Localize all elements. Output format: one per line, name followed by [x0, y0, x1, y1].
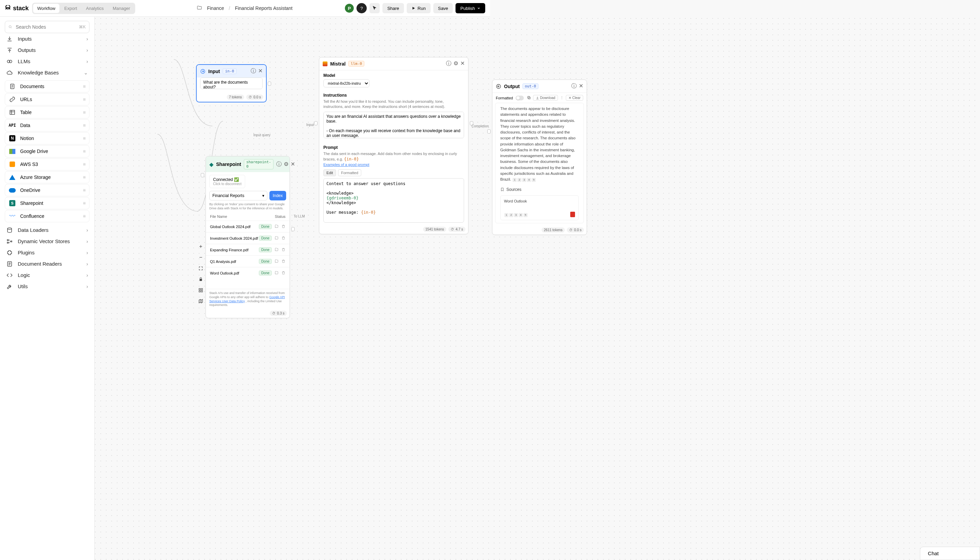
- tab-export[interactable]: Export: [60, 4, 81, 13]
- chevron-right-icon: ›: [87, 238, 88, 244]
- cursor-button[interactable]: [370, 3, 380, 13]
- kb-item-label: URLs: [20, 97, 32, 102]
- open-icon[interactable]: [275, 259, 278, 264]
- zoom-out-button[interactable]: −: [196, 253, 205, 262]
- mistral-in-port[interactable]: [314, 121, 318, 125]
- sidebar-item-inputs[interactable]: Inputs›: [5, 33, 90, 44]
- sidebar-item-label: Data Loaders: [18, 227, 48, 233]
- help-button[interactable]: ?: [357, 3, 367, 13]
- info-icon[interactable]: ⓘ: [446, 60, 452, 67]
- kb-item-label: AWS S3: [20, 162, 38, 167]
- info-icon[interactable]: ⓘ: [276, 161, 282, 168]
- share-button[interactable]: Share: [382, 3, 404, 13]
- gear-icon[interactable]: ⚙: [284, 161, 288, 168]
- upload-icon: [6, 47, 13, 53]
- input-node-header[interactable]: Input in-0 ⓘ ✕: [197, 65, 266, 78]
- file-row: Investment Outlook 2024.pdfDone: [206, 232, 290, 244]
- kb-item-onedrive[interactable]: OneDrive≡: [5, 184, 90, 196]
- lock-button[interactable]: [196, 275, 205, 280]
- publish-button[interactable]: Publish: [455, 3, 485, 13]
- sidebar-item-llms[interactable]: LLMs›: [5, 56, 90, 67]
- sidebar-item-dynamic-vector-stores[interactable]: Dynamic Vector Stores›: [5, 236, 90, 247]
- kb-item-table[interactable]: Table≡: [5, 106, 90, 118]
- sidebar-item-knowledge-bases[interactable]: Knowledge Bases⌄: [5, 67, 90, 78]
- avatar[interactable]: P: [345, 4, 354, 13]
- brain-icon: [6, 58, 13, 65]
- trash-icon[interactable]: [282, 259, 285, 264]
- index-button[interactable]: Index: [269, 191, 286, 200]
- kb-item-notion[interactable]: NNotion≡: [5, 132, 90, 145]
- trash-icon[interactable]: [282, 236, 285, 241]
- open-icon[interactable]: [275, 248, 278, 252]
- sharepoint-node-badge: sharepoint-0: [244, 159, 273, 169]
- sidebar-item-label: Document Readers: [18, 261, 62, 267]
- sidebar-item-document-readers[interactable]: Document Readers›: [5, 258, 90, 269]
- sharepoint-folder-select[interactable]: Financial Reports ▾: [209, 191, 267, 200]
- file-status: Done: [259, 270, 272, 275]
- breadcrumb-folder[interactable]: Finance: [207, 5, 224, 11]
- gear-icon[interactable]: ⚙: [453, 60, 458, 67]
- search-icon: [8, 24, 12, 30]
- instructions-textarea[interactable]: You are an financial AI assistant that a…: [323, 112, 464, 138]
- close-icon[interactable]: ✕: [460, 60, 465, 67]
- zoom-in-button[interactable]: +: [196, 242, 205, 251]
- gdrive-icon: [8, 148, 16, 155]
- sharepoint-node[interactable]: ◆ Sharepoint sharepoint-0 ⓘ ⚙ ✕ Connecte…: [205, 156, 290, 280]
- close-icon[interactable]: ✕: [291, 161, 295, 168]
- model-label: Model: [323, 73, 464, 78]
- input-node-textarea[interactable]: What are the documents about?: [200, 78, 263, 89]
- sidebar-item-plugins[interactable]: Plugins›: [5, 247, 90, 258]
- breadcrumb-file[interactable]: Financial Reports Assistant: [235, 5, 293, 11]
- tab-analytics[interactable]: Analytics: [82, 4, 108, 13]
- col-file: File Name: [210, 215, 227, 218]
- sharepoint-node-header[interactable]: ◆ Sharepoint sharepoint-0 ⓘ ⚙ ✕: [206, 157, 290, 172]
- prompt-tab-formatted[interactable]: Formatted: [338, 169, 361, 176]
- trash-icon[interactable]: [282, 224, 285, 229]
- trash-icon[interactable]: [282, 248, 285, 252]
- trash-icon[interactable]: [282, 271, 285, 275]
- aws-icon: [8, 160, 16, 168]
- run-button[interactable]: Run: [407, 3, 431, 13]
- open-icon[interactable]: [275, 224, 278, 229]
- api-icon: API: [8, 122, 16, 129]
- tab-workflow[interactable]: Workflow: [33, 4, 59, 13]
- cloud-icon: [6, 70, 13, 76]
- model-select[interactable]: mixtral-8x22b-instruct: [323, 79, 370, 87]
- info-icon[interactable]: ⓘ: [251, 68, 256, 75]
- sharepoint-connected[interactable]: Connected ✅ Click to disconnect: [209, 175, 245, 188]
- sidebar-item-outputs[interactable]: Outputs›: [5, 44, 90, 56]
- prompt-examples-link[interactable]: Examples of a good prompt: [323, 163, 370, 167]
- logo[interactable]: stack: [5, 5, 29, 12]
- sidebar-item-logic[interactable]: Logic›: [5, 269, 90, 280]
- onedrive-icon: [8, 187, 16, 194]
- sharepoint-in-port[interactable]: [201, 173, 204, 177]
- kb-item-azure-storage[interactable]: Azure Storage≡: [5, 171, 90, 183]
- input-node-out-port[interactable]: [268, 82, 271, 86]
- kb-item-urls[interactable]: URLs≡: [5, 93, 90, 105]
- search-box[interactable]: ⌘K: [5, 21, 90, 33]
- canvas[interactable]: + − Input in-0 ⓘ ✕ What are the document…: [95, 17, 490, 280]
- mistral-node[interactable]: Mistral llm-0 ⓘ ⚙ ✕ Model mixtral-8x22b-…: [319, 57, 468, 234]
- kb-item-data[interactable]: APIData≡: [5, 119, 90, 132]
- search-input[interactable]: [16, 24, 75, 30]
- kb-item-documents[interactable]: Documents≡: [5, 80, 90, 93]
- kb-item-sharepoint[interactable]: SSharepoint≡: [5, 197, 90, 209]
- output-in-port[interactable]: [487, 129, 490, 133]
- tab-manager[interactable]: Manager: [108, 4, 134, 13]
- save-button[interactable]: Save: [433, 3, 453, 13]
- kb-item-label: Azure Storage: [20, 175, 51, 180]
- open-icon[interactable]: [275, 236, 278, 241]
- kb-item-google-drive[interactable]: Google Drive≡: [5, 145, 90, 157]
- kb-item-confluence[interactable]: 〰Confluence≡: [5, 210, 90, 222]
- input-node[interactable]: Input in-0 ⓘ ✕ What are the documents ab…: [196, 65, 266, 102]
- open-icon[interactable]: [275, 271, 278, 275]
- kb-item-aws-s3[interactable]: AWS S3≡: [5, 158, 90, 170]
- prompt-textarea[interactable]: Context to answer user questions <knowle…: [323, 178, 464, 223]
- sharepoint-out-port[interactable]: [291, 227, 295, 231]
- sidebar-item-data-loaders[interactable]: Data Loaders›: [5, 224, 90, 236]
- file-row: Global Outlook 2024.pdfDone: [206, 221, 290, 232]
- close-icon[interactable]: ✕: [258, 68, 263, 75]
- mistral-node-header[interactable]: Mistral llm-0 ⓘ ⚙ ✕: [319, 57, 468, 70]
- zoom-fit-button[interactable]: [196, 264, 205, 273]
- prompt-tab-edit[interactable]: Edit: [323, 169, 336, 176]
